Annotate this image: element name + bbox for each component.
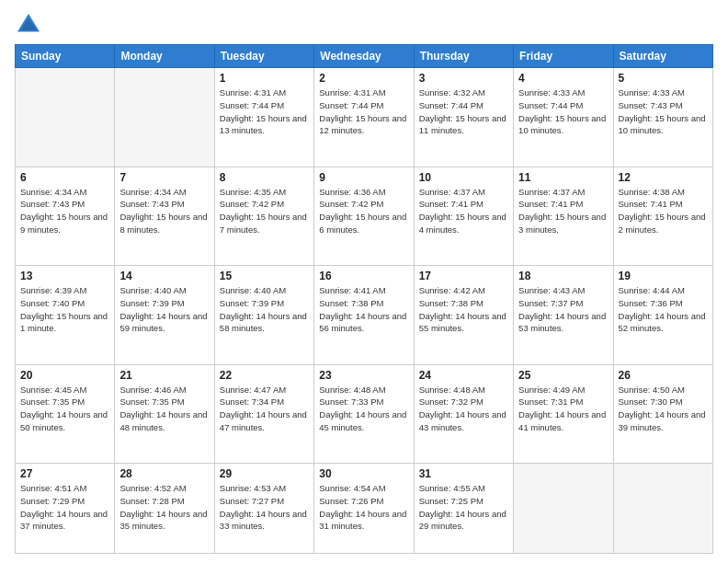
calendar-cell xyxy=(16,68,115,167)
calendar-cell: 28Sunrise: 4:52 AMSunset: 7:28 PMDayligh… xyxy=(115,464,214,554)
day-info: Sunrise: 4:48 AMSunset: 7:32 PMDaylight:… xyxy=(419,384,508,434)
day-info: Sunrise: 4:49 AMSunset: 7:31 PMDaylight:… xyxy=(518,384,608,434)
day-info: Sunrise: 4:37 AMSunset: 7:41 PMDaylight:… xyxy=(518,186,608,236)
day-info: Sunrise: 4:39 AMSunset: 7:40 PMDaylight:… xyxy=(20,284,109,335)
calendar-cell xyxy=(613,464,712,554)
day-info: Sunrise: 4:51 AMSunset: 7:29 PMDaylight:… xyxy=(20,482,109,533)
calendar-cell: 3Sunrise: 4:32 AMSunset: 7:44 PMDaylight… xyxy=(414,68,513,167)
day-info: Sunrise: 4:47 AMSunset: 7:34 PMDaylight:… xyxy=(220,384,309,434)
day-number: 31 xyxy=(419,467,508,480)
day-info: Sunrise: 4:36 AMSunset: 7:42 PMDaylight:… xyxy=(319,186,408,236)
day-info: Sunrise: 4:37 AMSunset: 7:41 PMDaylight:… xyxy=(419,186,508,236)
day-info: Sunrise: 4:55 AMSunset: 7:25 PMDaylight:… xyxy=(419,482,508,533)
calendar-cell: 27Sunrise: 4:51 AMSunset: 7:29 PMDayligh… xyxy=(16,464,115,554)
calendar-cell xyxy=(514,464,613,554)
day-number: 17 xyxy=(419,270,508,282)
week-row-3: 13Sunrise: 4:39 AMSunset: 7:40 PMDayligh… xyxy=(16,266,713,365)
calendar-cell: 21Sunrise: 4:46 AMSunset: 7:35 PMDayligh… xyxy=(115,364,214,464)
day-info: Sunrise: 4:34 AMSunset: 7:43 PMDaylight:… xyxy=(119,186,209,236)
calendar-cell: 10Sunrise: 4:37 AMSunset: 7:41 PMDayligh… xyxy=(414,167,513,266)
day-number: 15 xyxy=(220,270,309,282)
day-number: 10 xyxy=(419,171,508,184)
day-info: Sunrise: 4:40 AMSunset: 7:39 PMDaylight:… xyxy=(119,284,209,335)
calendar-cell: 16Sunrise: 4:41 AMSunset: 7:38 PMDayligh… xyxy=(314,266,414,365)
day-number: 12 xyxy=(619,171,708,184)
calendar-cell: 11Sunrise: 4:37 AMSunset: 7:41 PMDayligh… xyxy=(514,167,613,266)
day-number: 27 xyxy=(20,467,109,480)
day-info: Sunrise: 4:44 AMSunset: 7:36 PMDaylight:… xyxy=(619,284,708,335)
day-info: Sunrise: 4:54 AMSunset: 7:26 PMDaylight:… xyxy=(319,482,408,533)
day-info: Sunrise: 4:50 AMSunset: 7:30 PMDaylight:… xyxy=(619,384,708,434)
day-number: 30 xyxy=(319,467,408,480)
calendar-cell: 19Sunrise: 4:44 AMSunset: 7:36 PMDayligh… xyxy=(613,266,712,365)
day-number: 7 xyxy=(119,171,209,184)
day-header-monday: Monday xyxy=(115,45,214,68)
day-number: 6 xyxy=(20,171,109,184)
calendar-cell: 2Sunrise: 4:31 AMSunset: 7:44 PMDaylight… xyxy=(314,68,414,167)
day-info: Sunrise: 4:53 AMSunset: 7:27 PMDaylight:… xyxy=(220,482,309,533)
calendar-header-row: SundayMondayTuesdayWednesdayThursdayFrid… xyxy=(16,45,713,68)
day-info: Sunrise: 4:46 AMSunset: 7:35 PMDaylight:… xyxy=(119,384,209,434)
day-header-friday: Friday xyxy=(514,45,613,68)
week-row-2: 6Sunrise: 4:34 AMSunset: 7:43 PMDaylight… xyxy=(16,167,713,266)
day-number: 21 xyxy=(119,369,209,382)
calendar-cell: 15Sunrise: 4:40 AMSunset: 7:39 PMDayligh… xyxy=(214,266,313,365)
day-info: Sunrise: 4:45 AMSunset: 7:35 PMDaylight:… xyxy=(20,384,109,434)
day-number: 13 xyxy=(20,270,109,282)
day-number: 1 xyxy=(220,72,309,85)
day-number: 3 xyxy=(419,72,508,85)
calendar-cell: 6Sunrise: 4:34 AMSunset: 7:43 PMDaylight… xyxy=(16,167,115,266)
day-info: Sunrise: 4:32 AMSunset: 7:44 PMDaylight:… xyxy=(419,86,508,137)
day-number: 28 xyxy=(119,467,209,480)
calendar-cell: 4Sunrise: 4:33 AMSunset: 7:44 PMDaylight… xyxy=(514,68,613,167)
header xyxy=(15,11,713,39)
calendar-cell: 20Sunrise: 4:45 AMSunset: 7:35 PMDayligh… xyxy=(16,364,115,464)
calendar-cell: 12Sunrise: 4:38 AMSunset: 7:41 PMDayligh… xyxy=(613,167,712,266)
day-number: 14 xyxy=(119,270,209,282)
day-number: 4 xyxy=(518,72,608,85)
calendar-cell: 25Sunrise: 4:49 AMSunset: 7:31 PMDayligh… xyxy=(514,364,613,464)
day-info: Sunrise: 4:41 AMSunset: 7:38 PMDaylight:… xyxy=(319,284,408,335)
day-number: 11 xyxy=(518,171,608,184)
day-info: Sunrise: 4:52 AMSunset: 7:28 PMDaylight:… xyxy=(119,482,209,533)
day-info: Sunrise: 4:35 AMSunset: 7:42 PMDaylight:… xyxy=(220,186,309,236)
day-number: 5 xyxy=(619,72,708,85)
calendar-cell: 14Sunrise: 4:40 AMSunset: 7:39 PMDayligh… xyxy=(115,266,214,365)
week-row-1: 1Sunrise: 4:31 AMSunset: 7:44 PMDaylight… xyxy=(16,68,713,167)
day-info: Sunrise: 4:33 AMSunset: 7:44 PMDaylight:… xyxy=(518,86,608,137)
day-number: 23 xyxy=(319,369,408,382)
calendar-cell: 18Sunrise: 4:43 AMSunset: 7:37 PMDayligh… xyxy=(514,266,613,365)
day-header-sunday: Sunday xyxy=(16,45,115,68)
day-number: 29 xyxy=(220,467,309,480)
day-info: Sunrise: 4:31 AMSunset: 7:44 PMDaylight:… xyxy=(220,86,309,137)
calendar-cell xyxy=(115,68,214,167)
day-number: 20 xyxy=(20,369,109,382)
calendar-cell: 9Sunrise: 4:36 AMSunset: 7:42 PMDaylight… xyxy=(314,167,414,266)
day-header-wednesday: Wednesday xyxy=(314,45,414,68)
day-info: Sunrise: 4:43 AMSunset: 7:37 PMDaylight:… xyxy=(518,284,608,335)
day-info: Sunrise: 4:31 AMSunset: 7:44 PMDaylight:… xyxy=(319,86,408,137)
day-info: Sunrise: 4:42 AMSunset: 7:38 PMDaylight:… xyxy=(419,284,508,335)
calendar-cell: 13Sunrise: 4:39 AMSunset: 7:40 PMDayligh… xyxy=(16,266,115,365)
calendar-cell: 7Sunrise: 4:34 AMSunset: 7:43 PMDaylight… xyxy=(115,167,214,266)
day-number: 22 xyxy=(220,369,309,382)
day-number: 24 xyxy=(419,369,508,382)
calendar-cell: 31Sunrise: 4:55 AMSunset: 7:25 PMDayligh… xyxy=(414,464,513,554)
calendar-cell: 5Sunrise: 4:33 AMSunset: 7:43 PMDaylight… xyxy=(613,68,712,167)
day-number: 8 xyxy=(220,171,309,184)
logo-icon xyxy=(15,11,42,39)
calendar-cell: 24Sunrise: 4:48 AMSunset: 7:32 PMDayligh… xyxy=(414,364,513,464)
day-number: 2 xyxy=(319,72,408,85)
calendar-cell: 22Sunrise: 4:47 AMSunset: 7:34 PMDayligh… xyxy=(214,364,313,464)
day-info: Sunrise: 4:38 AMSunset: 7:41 PMDaylight:… xyxy=(619,186,708,236)
calendar-cell: 29Sunrise: 4:53 AMSunset: 7:27 PMDayligh… xyxy=(214,464,313,554)
day-number: 26 xyxy=(619,369,708,382)
day-info: Sunrise: 4:48 AMSunset: 7:33 PMDaylight:… xyxy=(319,384,408,434)
day-number: 16 xyxy=(319,270,408,282)
day-header-saturday: Saturday xyxy=(613,45,712,68)
calendar-cell: 17Sunrise: 4:42 AMSunset: 7:38 PMDayligh… xyxy=(414,266,513,365)
day-number: 18 xyxy=(518,270,608,282)
day-number: 25 xyxy=(518,369,608,382)
day-info: Sunrise: 4:40 AMSunset: 7:39 PMDaylight:… xyxy=(220,284,309,335)
calendar-cell: 26Sunrise: 4:50 AMSunset: 7:30 PMDayligh… xyxy=(613,364,712,464)
